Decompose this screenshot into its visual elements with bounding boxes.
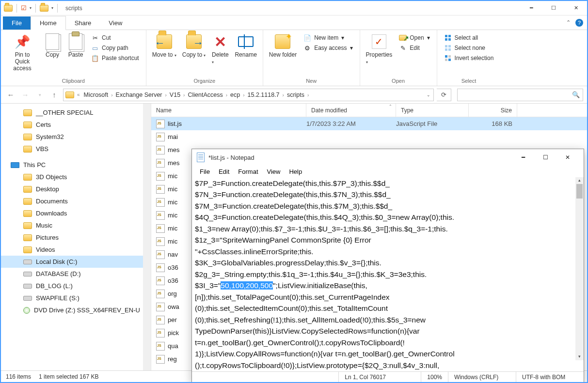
move-to-button[interactable]: ← Move to ▾: [149, 32, 179, 60]
paste-shortcut-button[interactable]: 📋Paste shortcut: [89, 53, 141, 63]
select-none-button[interactable]: Select none: [442, 43, 496, 53]
notepad-menu-help[interactable]: Help: [285, 167, 306, 176]
forward-button[interactable]: →: [19, 89, 31, 101]
tree-item[interactable]: Pictures: [1, 231, 151, 244]
breadcrumb-item[interactable]: V15: [169, 92, 181, 98]
tree-scrollbar-thumb[interactable]: [144, 108, 150, 138]
chevron-right-icon[interactable]: ›: [163, 92, 169, 98]
notepad-menu-view[interactable]: View: [263, 167, 285, 176]
recent-dropdown[interactable]: ▾: [34, 89, 46, 101]
tree-item[interactable]: Music: [1, 219, 151, 231]
notepad-menubar[interactable]: FileEditFormatViewHelp: [192, 166, 584, 177]
breadcrumb-item[interactable]: Exchange Server: [115, 92, 163, 98]
copy-to-button[interactable]: → Copy to ▾: [179, 32, 209, 60]
chevron-right-icon[interactable]: ›: [241, 92, 246, 98]
tree-item[interactable]: Documents: [1, 195, 151, 207]
qat-dropdown2-icon[interactable]: ▾: [51, 6, 53, 10]
easy-access-button[interactable]: ⚙Easy access ▾: [302, 43, 354, 53]
notepad-menu-file[interactable]: File: [196, 167, 214, 176]
tree-folder[interactable]: Certs: [1, 119, 151, 131]
copy-path-button[interactable]: ▭Copy path: [89, 43, 141, 53]
cut-button[interactable]: ✂Cut: [89, 33, 141, 43]
file-row[interactable]: mai: [151, 130, 587, 143]
breadcrumb-item[interactable]: scripts: [286, 92, 305, 98]
tree-folder[interactable]: VBS: [1, 143, 151, 155]
search-input[interactable]: [461, 92, 572, 98]
notepad-window[interactable]: *list.js - Notepad ━ ☐ ✕ FileEditFormatV…: [191, 149, 584, 383]
tree-item[interactable]: Desktop: [1, 183, 151, 195]
pin-quick-access-button[interactable]: 📌 Pin to Quick access: [4, 32, 41, 74]
qat-properties-icon[interactable]: ☑: [21, 4, 27, 12]
js-file-icon: [156, 146, 165, 154]
breadcrumb-item[interactable]: Microsoft: [83, 92, 110, 98]
rename-button[interactable]: Rename: [232, 32, 259, 60]
chevron-right-icon[interactable]: ›: [305, 92, 311, 98]
delete-button[interactable]: ✕ Delete▾: [208, 32, 232, 67]
tree-item[interactable]: Downloads: [1, 207, 151, 219]
scroll-thumb[interactable]: [576, 184, 583, 199]
scroll-up-icon[interactable]: ▴: [575, 177, 584, 184]
tree-folder[interactable]: System32: [1, 131, 151, 143]
notepad-menu-edit[interactable]: Edit: [215, 167, 233, 176]
tree-item[interactable]: Videos: [1, 244, 151, 256]
nav-tree[interactable]: __OTHER SPECIALCertsSystem32VBS This PC …: [1, 104, 151, 370]
col-date[interactable]: Date modified: [306, 104, 396, 117]
col-size[interactable]: Size: [469, 104, 517, 117]
tree-item[interactable]: 3D Objects: [1, 171, 151, 183]
chevron-right-icon[interactable]: ›: [224, 92, 229, 98]
refresh-button[interactable]: ⟳: [437, 89, 451, 101]
notepad-minimize-button[interactable]: ━: [512, 150, 534, 165]
paste-button[interactable]: Paste: [64, 32, 87, 60]
tab-view[interactable]: View: [100, 16, 131, 30]
edit-button[interactable]: ✎Edit: [397, 43, 431, 53]
new-folder-button[interactable]: New folder: [266, 32, 300, 60]
tree-this-pc[interactable]: This PC: [1, 159, 151, 171]
tree-folder[interactable]: __OTHER SPECIAL: [1, 107, 151, 119]
back-button[interactable]: ←: [5, 89, 16, 101]
tab-file[interactable]: File: [3, 16, 31, 30]
new-item-button[interactable]: 📄New item ▾: [302, 33, 354, 43]
chevron-right-icon[interactable]: ›: [109, 92, 114, 98]
breadcrumb-item[interactable]: ecp: [229, 92, 241, 98]
chevron-right-icon[interactable]: ›: [281, 92, 286, 98]
breadcrumb-item[interactable]: 15.2.1118.7: [247, 92, 281, 98]
collapse-ribbon-icon[interactable]: ⌃: [566, 19, 571, 26]
file-row-selected[interactable]: list.js 1/7/2023 3:22 AM JavaScript File…: [151, 117, 587, 130]
notepad-maximize-button[interactable]: ☐: [534, 150, 556, 165]
breadcrumb-item[interactable]: ClientAccess: [187, 92, 223, 98]
col-type[interactable]: Type: [396, 104, 469, 117]
notepad-text-area[interactable]: $7P_3=Function.createDelegate(this,this.…: [192, 177, 584, 371]
tab-home[interactable]: Home: [31, 16, 66, 30]
close-button[interactable]: ✕: [565, 1, 587, 15]
tree-item[interactable]: DB_LOG (L:): [1, 280, 151, 292]
open-button[interactable]: Open ▾: [397, 33, 431, 43]
invert-selection-button[interactable]: Invert selection: [442, 53, 496, 63]
breadcrumb[interactable]: « Microsoft›Exchange Server›V15›ClientAc…: [63, 89, 434, 101]
copy-button[interactable]: Copy: [41, 32, 64, 60]
library-icon: [23, 234, 32, 241]
search-box[interactable]: 🔍: [457, 89, 583, 101]
qat-dropdown-icon[interactable]: ▾: [30, 6, 32, 10]
drive-icon: [23, 284, 32, 289]
properties-button[interactable]: ✓ Properties▾: [363, 32, 396, 67]
chevron-right-icon[interactable]: ›: [181, 92, 187, 98]
invert-icon: [445, 55, 451, 61]
breadcrumb-history-icon[interactable]: ⌄: [426, 92, 431, 97]
tree-item[interactable]: Local Disk (C:): [1, 256, 151, 268]
select-all-button[interactable]: Select all: [442, 33, 496, 43]
tree-item[interactable]: DVD Drive (Z:) SSS_X64FREV_EN-U: [1, 304, 151, 316]
minimize-button[interactable]: ━: [520, 1, 542, 15]
tree-item[interactable]: SWAPFILE (S:): [1, 292, 151, 304]
scroll-down-icon[interactable]: ▾: [575, 353, 584, 360]
notepad-menu-format[interactable]: Format: [234, 167, 262, 176]
tab-share[interactable]: Share: [66, 16, 100, 30]
maximize-button[interactable]: ☐: [542, 1, 565, 15]
notepad-titlebar[interactable]: *list.js - Notepad ━ ☐ ✕: [192, 149, 584, 166]
notepad-close-button[interactable]: ✕: [556, 150, 579, 165]
notepad-scrollbar[interactable]: ▴ ▾: [575, 177, 584, 360]
help-icon[interactable]: ?: [575, 19, 583, 27]
col-name[interactable]: Name: [151, 104, 306, 117]
up-button[interactable]: ↑: [48, 89, 60, 101]
tree-item[interactable]: DATABASE (D:): [1, 268, 151, 280]
column-headers[interactable]: ⌃ Name Date modified Type Size: [151, 104, 587, 117]
